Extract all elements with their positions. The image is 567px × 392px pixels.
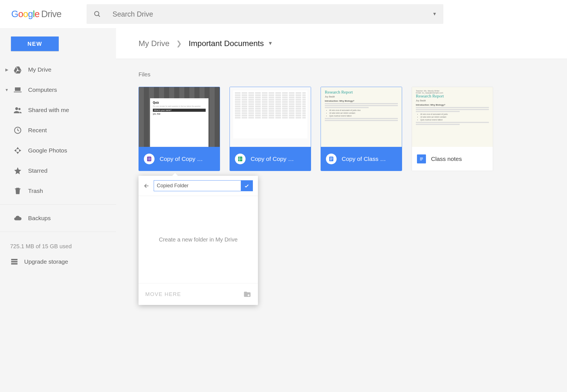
new-button[interactable]: NEW: [11, 37, 59, 51]
people-icon: [11, 106, 25, 114]
svg-rect-9: [148, 158, 149, 158]
svg-rect-5: [11, 259, 18, 260]
file-grid: QuizPut your answer for each question in…: [116, 80, 567, 171]
trash-icon: [11, 187, 25, 195]
divider: [0, 232, 116, 232]
sidebar-item-label: Recent: [28, 127, 47, 134]
svg-rect-22: [330, 159, 332, 160]
file-name: Copy of Copy …: [251, 156, 294, 162]
upgrade-storage-link[interactable]: Upgrade storage: [0, 250, 116, 266]
svg-rect-25: [420, 160, 422, 160]
cloud-icon: [11, 214, 25, 222]
storage-usage-text: 725.1 MB of 15 GB used: [0, 235, 116, 250]
sidebar-item-label: Shared with me: [28, 107, 69, 113]
folder-name-input-wrap: [154, 180, 253, 191]
docs-icon: [326, 154, 337, 164]
svg-rect-7: [11, 263, 18, 265]
svg-rect-11: [148, 159, 149, 160]
sidebar-item-label: Google Photos: [28, 147, 67, 154]
forms-icon: [144, 154, 155, 164]
section-heading: Files: [116, 59, 567, 80]
svg-rect-13: [149, 159, 151, 159]
sheets-icon: [235, 154, 246, 164]
empty-state-text: Create a new folder in My Drive: [159, 236, 237, 243]
svg-rect-24: [420, 159, 423, 159]
file-thumbnail: [230, 87, 311, 147]
search-options-icon[interactable]: ▼: [432, 12, 437, 17]
file-name: Class notes: [431, 156, 462, 162]
sidebar-item-my-drive[interactable]: ▶ My Drive: [0, 60, 116, 80]
svg-rect-10: [148, 159, 149, 159]
sidebar-item-shared[interactable]: Shared with me: [0, 100, 116, 120]
sidebar-item-recent[interactable]: Recent: [0, 120, 116, 140]
divider: [0, 204, 116, 205]
move-here-button[interactable]: MOVE HERE: [145, 291, 181, 297]
svg-rect-23: [420, 158, 423, 158]
back-icon[interactable]: [144, 183, 150, 189]
breadcrumb: My Drive ❯ Important Documents ▼: [116, 28, 567, 59]
sidebar: NEW ▶ My Drive ▼ Computers Shared with m…: [0, 28, 116, 392]
sidebar-item-label: My Drive: [28, 66, 51, 73]
sidebar-item-photos[interactable]: Google Photos: [0, 140, 116, 161]
sidebar-item-label: Trash: [28, 188, 43, 194]
google-logo-text: GoogleDrive: [11, 9, 61, 19]
svg-rect-12: [149, 158, 151, 158]
logo[interactable]: GoogleDrive: [11, 9, 61, 19]
new-folder-icon[interactable]: [243, 290, 251, 298]
sidebar-item-label: Computers: [28, 86, 57, 93]
breadcrumb-current[interactable]: Important Documents: [189, 39, 264, 48]
svg-rect-21: [330, 159, 332, 159]
sidebar-item-backups[interactable]: Backups: [0, 208, 116, 228]
file-name: Copy of Class …: [342, 156, 386, 162]
svg-point-3: [19, 108, 21, 110]
svg-rect-14: [149, 159, 151, 160]
file-thumbnail: QuizPut your answer for each question in…: [139, 87, 220, 147]
file-thumbnail: Teacher: Ms. Wendy WriterEmail: no_reply…: [412, 87, 493, 147]
sidebar-item-starred[interactable]: Starred: [0, 161, 116, 181]
chevron-down-icon[interactable]: ▼: [268, 40, 273, 46]
file-card[interactable]: Teacher: Ms. Wendy WriterEmail: no_reply…: [412, 87, 493, 171]
expand-icon[interactable]: ▶: [3, 67, 11, 72]
svg-point-0: [95, 12, 99, 16]
file-card[interactable]: Research ReportJoy Smith Introduction: W…: [321, 87, 402, 171]
upgrade-label: Upgrade storage: [24, 258, 68, 265]
file-card[interactable]: Copy of Copy …: [230, 87, 311, 171]
drive-icon: [11, 65, 25, 74]
file-thumbnail: Research ReportJoy Smith Introduction: W…: [321, 87, 402, 147]
move-popup-body: Create a new folder in My Drive: [139, 196, 258, 283]
svg-point-2: [15, 107, 18, 110]
docs-icon: [417, 154, 426, 163]
collapse-icon[interactable]: ▼: [3, 88, 11, 92]
star-icon: [11, 167, 25, 175]
top-bar: GoogleDrive ▼: [0, 0, 567, 28]
sidebar-item-trash[interactable]: Trash: [0, 181, 116, 201]
file-name: Copy of Copy …: [160, 156, 203, 162]
search-icon: [93, 10, 101, 18]
nav-list: ▶ My Drive ▼ Computers Shared with me Re…: [0, 60, 116, 201]
svg-rect-6: [11, 261, 18, 263]
svg-rect-15: [238, 156, 242, 161]
sidebar-item-label: Backups: [28, 215, 51, 222]
sidebar-item-computers[interactable]: ▼ Computers: [0, 80, 116, 100]
svg-rect-20: [330, 158, 332, 158]
search-input[interactable]: [112, 10, 421, 18]
folder-name-input[interactable]: [154, 181, 241, 191]
svg-line-1: [98, 15, 100, 17]
sidebar-item-label: Starred: [28, 167, 47, 174]
confirm-button[interactable]: [241, 181, 253, 191]
laptop-icon: [11, 86, 25, 94]
storage-icon: [10, 257, 24, 266]
photos-icon: [11, 146, 25, 155]
search-bar[interactable]: ▼: [87, 4, 443, 24]
breadcrumb-root[interactable]: My Drive: [139, 39, 169, 48]
clock-icon: [11, 126, 25, 135]
file-card[interactable]: QuizPut your answer for each question in…: [139, 87, 220, 171]
chevron-right-icon: ❯: [176, 40, 182, 47]
move-to-popup: Create a new folder in My Drive MOVE HER…: [139, 176, 258, 305]
